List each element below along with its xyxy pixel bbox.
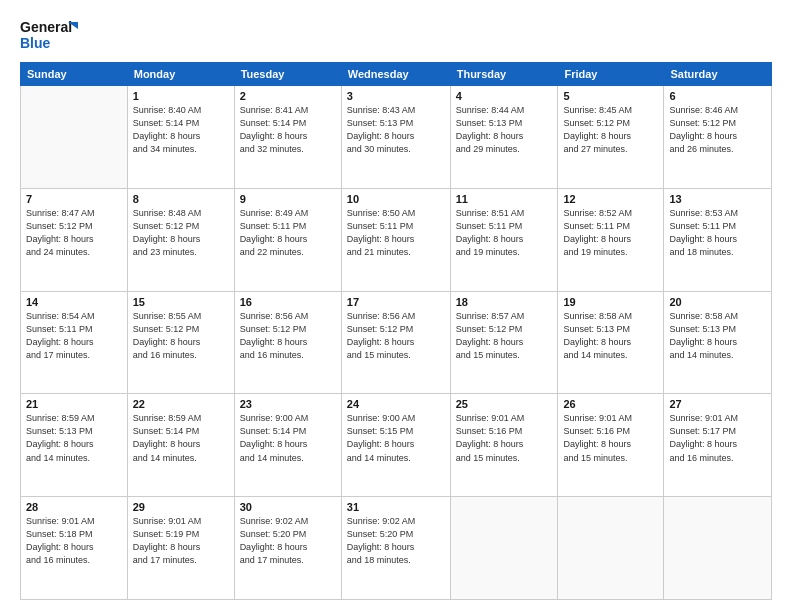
calendar-cell: 16Sunrise: 8:56 AMSunset: 5:12 PMDayligh…: [234, 291, 341, 394]
calendar-header-row: SundayMondayTuesdayWednesdayThursdayFrid…: [21, 63, 772, 86]
calendar-week-row: 21Sunrise: 8:59 AMSunset: 5:13 PMDayligh…: [21, 394, 772, 497]
day-number: 4: [456, 90, 553, 102]
day-info: Sunrise: 8:52 AMSunset: 5:11 PMDaylight:…: [563, 207, 658, 259]
day-info: Sunrise: 9:00 AMSunset: 5:14 PMDaylight:…: [240, 412, 336, 464]
day-number: 14: [26, 296, 122, 308]
day-info: Sunrise: 9:01 AMSunset: 5:17 PMDaylight:…: [669, 412, 766, 464]
calendar-cell: 29Sunrise: 9:01 AMSunset: 5:19 PMDayligh…: [127, 497, 234, 600]
day-info: Sunrise: 8:45 AMSunset: 5:12 PMDaylight:…: [563, 104, 658, 156]
calendar-cell: 2Sunrise: 8:41 AMSunset: 5:14 PMDaylight…: [234, 86, 341, 189]
day-number: 3: [347, 90, 445, 102]
page: GeneralBlue SundayMondayTuesdayWednesday…: [0, 0, 792, 612]
svg-text:Blue: Blue: [20, 35, 51, 51]
day-info: Sunrise: 8:47 AMSunset: 5:12 PMDaylight:…: [26, 207, 122, 259]
day-number: 11: [456, 193, 553, 205]
day-info: Sunrise: 8:41 AMSunset: 5:14 PMDaylight:…: [240, 104, 336, 156]
day-info: Sunrise: 9:01 AMSunset: 5:16 PMDaylight:…: [563, 412, 658, 464]
calendar-cell: 17Sunrise: 8:56 AMSunset: 5:12 PMDayligh…: [341, 291, 450, 394]
day-number: 16: [240, 296, 336, 308]
day-info: Sunrise: 9:02 AMSunset: 5:20 PMDaylight:…: [240, 515, 336, 567]
logo: GeneralBlue: [20, 16, 80, 52]
day-info: Sunrise: 8:59 AMSunset: 5:14 PMDaylight:…: [133, 412, 229, 464]
day-number: 24: [347, 398, 445, 410]
day-info: Sunrise: 9:00 AMSunset: 5:15 PMDaylight:…: [347, 412, 445, 464]
day-number: 19: [563, 296, 658, 308]
calendar-cell: 24Sunrise: 9:00 AMSunset: 5:15 PMDayligh…: [341, 394, 450, 497]
calendar-cell: 4Sunrise: 8:44 AMSunset: 5:13 PMDaylight…: [450, 86, 558, 189]
calendar-week-row: 14Sunrise: 8:54 AMSunset: 5:11 PMDayligh…: [21, 291, 772, 394]
day-info: Sunrise: 8:50 AMSunset: 5:11 PMDaylight:…: [347, 207, 445, 259]
calendar-cell: 26Sunrise: 9:01 AMSunset: 5:16 PMDayligh…: [558, 394, 664, 497]
calendar-header-thursday: Thursday: [450, 63, 558, 86]
day-number: 6: [669, 90, 766, 102]
calendar-header-sunday: Sunday: [21, 63, 128, 86]
day-number: 10: [347, 193, 445, 205]
day-number: 5: [563, 90, 658, 102]
day-info: Sunrise: 8:58 AMSunset: 5:13 PMDaylight:…: [563, 310, 658, 362]
day-info: Sunrise: 8:59 AMSunset: 5:13 PMDaylight:…: [26, 412, 122, 464]
day-number: 12: [563, 193, 658, 205]
header: GeneralBlue: [20, 16, 772, 52]
calendar-cell: 18Sunrise: 8:57 AMSunset: 5:12 PMDayligh…: [450, 291, 558, 394]
day-info: Sunrise: 8:40 AMSunset: 5:14 PMDaylight:…: [133, 104, 229, 156]
day-info: Sunrise: 9:01 AMSunset: 5:16 PMDaylight:…: [456, 412, 553, 464]
day-number: 8: [133, 193, 229, 205]
calendar-cell: 30Sunrise: 9:02 AMSunset: 5:20 PMDayligh…: [234, 497, 341, 600]
day-info: Sunrise: 8:49 AMSunset: 5:11 PMDaylight:…: [240, 207, 336, 259]
calendar-cell: 1Sunrise: 8:40 AMSunset: 5:14 PMDaylight…: [127, 86, 234, 189]
calendar-cell: 5Sunrise: 8:45 AMSunset: 5:12 PMDaylight…: [558, 86, 664, 189]
calendar-cell: 23Sunrise: 9:00 AMSunset: 5:14 PMDayligh…: [234, 394, 341, 497]
day-info: Sunrise: 9:01 AMSunset: 5:18 PMDaylight:…: [26, 515, 122, 567]
calendar-cell: 20Sunrise: 8:58 AMSunset: 5:13 PMDayligh…: [664, 291, 772, 394]
day-info: Sunrise: 8:43 AMSunset: 5:13 PMDaylight:…: [347, 104, 445, 156]
calendar-cell: [664, 497, 772, 600]
calendar-cell: 27Sunrise: 9:01 AMSunset: 5:17 PMDayligh…: [664, 394, 772, 497]
day-number: 13: [669, 193, 766, 205]
calendar-cell: [558, 497, 664, 600]
calendar-cell: 21Sunrise: 8:59 AMSunset: 5:13 PMDayligh…: [21, 394, 128, 497]
calendar-week-row: 28Sunrise: 9:01 AMSunset: 5:18 PMDayligh…: [21, 497, 772, 600]
day-number: 20: [669, 296, 766, 308]
day-info: Sunrise: 8:54 AMSunset: 5:11 PMDaylight:…: [26, 310, 122, 362]
calendar-header-tuesday: Tuesday: [234, 63, 341, 86]
day-info: Sunrise: 8:58 AMSunset: 5:13 PMDaylight:…: [669, 310, 766, 362]
day-info: Sunrise: 9:02 AMSunset: 5:20 PMDaylight:…: [347, 515, 445, 567]
calendar-cell: 10Sunrise: 8:50 AMSunset: 5:11 PMDayligh…: [341, 188, 450, 291]
day-info: Sunrise: 8:57 AMSunset: 5:12 PMDaylight:…: [456, 310, 553, 362]
day-number: 30: [240, 501, 336, 513]
day-number: 18: [456, 296, 553, 308]
calendar-cell: 13Sunrise: 8:53 AMSunset: 5:11 PMDayligh…: [664, 188, 772, 291]
day-number: 27: [669, 398, 766, 410]
calendar-cell: 31Sunrise: 9:02 AMSunset: 5:20 PMDayligh…: [341, 497, 450, 600]
calendar-cell: 19Sunrise: 8:58 AMSunset: 5:13 PMDayligh…: [558, 291, 664, 394]
day-number: 21: [26, 398, 122, 410]
day-info: Sunrise: 8:46 AMSunset: 5:12 PMDaylight:…: [669, 104, 766, 156]
day-number: 25: [456, 398, 553, 410]
calendar-cell: 25Sunrise: 9:01 AMSunset: 5:16 PMDayligh…: [450, 394, 558, 497]
calendar-cell: [21, 86, 128, 189]
calendar-cell: 3Sunrise: 8:43 AMSunset: 5:13 PMDaylight…: [341, 86, 450, 189]
day-info: Sunrise: 9:01 AMSunset: 5:19 PMDaylight:…: [133, 515, 229, 567]
day-number: 9: [240, 193, 336, 205]
svg-text:General: General: [20, 19, 72, 35]
day-info: Sunrise: 8:53 AMSunset: 5:11 PMDaylight:…: [669, 207, 766, 259]
day-number: 7: [26, 193, 122, 205]
calendar-week-row: 1Sunrise: 8:40 AMSunset: 5:14 PMDaylight…: [21, 86, 772, 189]
day-number: 17: [347, 296, 445, 308]
day-info: Sunrise: 8:51 AMSunset: 5:11 PMDaylight:…: [456, 207, 553, 259]
day-info: Sunrise: 8:56 AMSunset: 5:12 PMDaylight:…: [347, 310, 445, 362]
day-number: 26: [563, 398, 658, 410]
day-number: 31: [347, 501, 445, 513]
calendar-cell: 15Sunrise: 8:55 AMSunset: 5:12 PMDayligh…: [127, 291, 234, 394]
day-info: Sunrise: 8:48 AMSunset: 5:12 PMDaylight:…: [133, 207, 229, 259]
calendar-cell: 22Sunrise: 8:59 AMSunset: 5:14 PMDayligh…: [127, 394, 234, 497]
day-number: 1: [133, 90, 229, 102]
logo-icon: GeneralBlue: [20, 16, 80, 52]
day-number: 29: [133, 501, 229, 513]
calendar-cell: 28Sunrise: 9:01 AMSunset: 5:18 PMDayligh…: [21, 497, 128, 600]
calendar-header-friday: Friday: [558, 63, 664, 86]
calendar-cell: 11Sunrise: 8:51 AMSunset: 5:11 PMDayligh…: [450, 188, 558, 291]
day-number: 15: [133, 296, 229, 308]
day-number: 22: [133, 398, 229, 410]
calendar-cell: 9Sunrise: 8:49 AMSunset: 5:11 PMDaylight…: [234, 188, 341, 291]
